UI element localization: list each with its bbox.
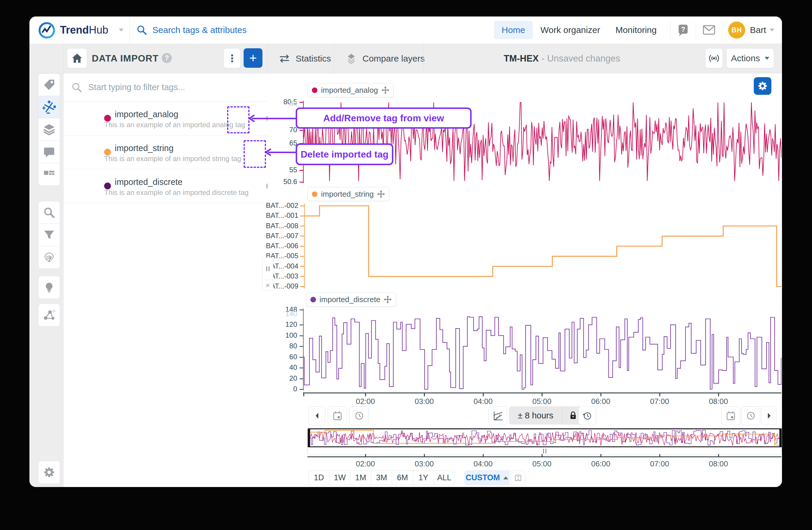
panel-resize-handle[interactable]: [262, 257, 273, 280]
nav-tab-home[interactable]: Home: [494, 21, 533, 39]
legend-label: imported_analog: [321, 86, 378, 95]
divider: [334, 44, 334, 73]
mail-button[interactable]: [702, 23, 716, 37]
move-icon[interactable]: [384, 296, 392, 303]
panel-collapse-button[interactable]: ×: [262, 280, 273, 291]
brand-name: TrendHub: [60, 24, 108, 36]
end-time-clock-button[interactable]: [741, 406, 760, 425]
brand-chevron-down-icon[interactable]: [119, 29, 124, 31]
global-search: [136, 16, 318, 44]
custom-range-button[interactable]: CUSTOM: [465, 471, 509, 485]
start-date-calendar-button[interactable]: [328, 406, 347, 425]
broadcast-icon: [708, 52, 720, 65]
tag-row-imported-string[interactable]: imported_string This is an example of an…: [63, 135, 267, 169]
compare-layers-button[interactable]: Compare layers: [345, 44, 425, 73]
overview-mini-chart: [310, 429, 779, 446]
brand-area[interactable]: TrendHub: [29, 16, 130, 44]
calendar-icon: [725, 410, 736, 421]
view-title: TM-HEX - Unsaved changes: [424, 44, 700, 73]
rail-item-data-import[interactable]: [38, 96, 60, 118]
overview-scroll-handle[interactable]: [308, 447, 782, 455]
duration-button-3M[interactable]: 3M: [371, 471, 392, 485]
tag-description: This is an example of an imported analog…: [104, 121, 245, 129]
end-date-calendar-button[interactable]: [721, 406, 740, 425]
screenshot-stage: TrendHub Home Work organizer Monitoring …: [0, 0, 812, 530]
search-input[interactable]: [152, 25, 318, 35]
clock-icon: [354, 410, 365, 421]
rail-item-recommendations[interactable]: [38, 276, 60, 299]
tag-filter-input[interactable]: [88, 82, 215, 93]
search-icon: [136, 24, 148, 36]
legend-chip-imported-discrete[interactable]: imported_discrete: [306, 292, 396, 307]
rail-item-fingerprint[interactable]: [38, 246, 60, 269]
actions-button[interactable]: Actions: [726, 48, 774, 68]
rail-item-filters[interactable]: [38, 223, 60, 247]
navbar-right: Home Work organizer Monitoring ? BH Bart: [494, 16, 774, 44]
rail-item-settings[interactable]: [38, 461, 60, 484]
panel-menu-kebab-button[interactable]: ⋮: [223, 48, 241, 68]
user-avatar[interactable]: BH: [728, 22, 745, 39]
compare-trends-button[interactable]: [488, 406, 507, 425]
divider: [696, 22, 696, 39]
rail-item-search[interactable]: [38, 201, 60, 224]
add-tag-button[interactable]: +: [244, 48, 262, 68]
nav-tab-work-organizer[interactable]: Work organizer: [533, 21, 608, 39]
layers-icon: [42, 123, 56, 136]
overview-container[interactable]: [307, 428, 782, 455]
overview-selection-window[interactable]: [308, 429, 782, 447]
tag-name: imported_discrete: [115, 177, 183, 187]
duration-button-1W[interactable]: 1W: [329, 471, 350, 485]
statistics-button[interactable]: Statistics: [278, 44, 331, 73]
legend-dot: [310, 297, 316, 303]
gear-icon: [757, 80, 768, 92]
legend-dot: [312, 191, 317, 197]
trend-lines-icon: [492, 410, 504, 422]
rail-item-layers[interactable]: [38, 118, 60, 141]
duration-button-6M[interactable]: 6M: [392, 471, 413, 485]
rail-item-dashboards[interactable]: [38, 163, 60, 186]
filter-search-icon: [71, 82, 82, 93]
duration-button-1M[interactable]: 1M: [350, 471, 371, 485]
fit-range-button[interactable]: [511, 471, 525, 485]
user-menu-chevron-down-icon[interactable]: [770, 29, 774, 31]
duration-button-ALL[interactable]: ALL: [434, 471, 455, 485]
top-navbar: TrendHub Home Work organizer Monitoring …: [29, 16, 782, 44]
time-range-label[interactable]: ± 8 hours: [509, 411, 562, 420]
legend-chip-imported-analog[interactable]: imported_analog: [307, 83, 394, 97]
panel-help-icon[interactable]: ?: [162, 53, 172, 63]
duration-button-1D[interactable]: 1D: [308, 471, 330, 485]
panel-title: DATA IMPORT: [92, 53, 159, 64]
discrete-trend-chart[interactable]: [303, 307, 781, 393]
live-monitor-button[interactable]: [705, 48, 723, 68]
gear-icon: [43, 466, 56, 479]
rail-item-comments[interactable]: [38, 140, 60, 164]
home-view-button[interactable]: [67, 48, 87, 68]
tag-icon: [43, 78, 56, 91]
nav-tab-monitoring[interactable]: Monitoring: [608, 21, 664, 39]
pan-right-button[interactable]: [762, 406, 777, 425]
user-name: Bart: [750, 25, 766, 35]
trendhub-logo-icon: [38, 21, 56, 40]
legend-chip-imported-string[interactable]: imported_string: [307, 187, 389, 201]
duration-button-1Y[interactable]: 1Y: [413, 471, 434, 485]
string-trend-chart[interactable]: [304, 202, 781, 290]
rail-item-tags[interactable]: [38, 73, 60, 96]
rail-item-context-items[interactable]: [38, 304, 60, 326]
tag-filter-row: [63, 73, 267, 101]
dashboard-icon: [43, 168, 56, 181]
help-button[interactable]: ?: [676, 23, 690, 37]
start-time-clock-button[interactable]: [349, 406, 369, 425]
tag-row-imported-discrete[interactable]: imported_discrete This is an example of …: [63, 169, 267, 203]
brand-name-light: Hub: [89, 24, 108, 36]
history-button[interactable]: [578, 406, 596, 425]
context-graph-icon: [43, 309, 56, 322]
move-icon[interactable]: [381, 86, 389, 94]
move-icon[interactable]: [377, 190, 385, 198]
tag-row-imported-analog[interactable]: imported_analog This is an example of an…: [63, 101, 267, 136]
swap-arrows-icon: [278, 52, 291, 65]
fingerprint-icon: [43, 251, 56, 264]
time-range-group: ± 8 hours: [509, 406, 584, 424]
analog-trend-chart[interactable]: [303, 100, 781, 183]
chart-settings-button[interactable]: [754, 77, 771, 95]
pan-left-button[interactable]: [308, 406, 325, 425]
